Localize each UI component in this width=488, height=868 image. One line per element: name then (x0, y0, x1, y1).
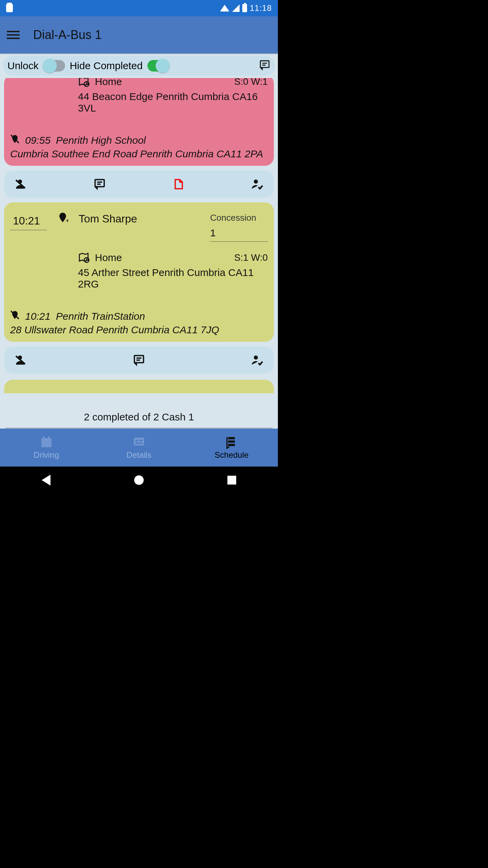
mark-complete-icon[interactable] (250, 353, 264, 367)
svg-rect-15 (43, 436, 45, 439)
origin-label: Home (95, 252, 122, 263)
seat-wheelchair-count: S:0 W:1 (234, 78, 268, 87)
messages-icon[interactable] (259, 59, 270, 72)
svg-rect-0 (260, 61, 269, 67)
back-button[interactable] (42, 475, 50, 486)
concession-field[interactable]: 1 (210, 225, 268, 242)
dest-name: Penrith TrainStation (56, 311, 145, 322)
svg-point-13 (254, 356, 258, 360)
tab-details[interactable]: Details (93, 429, 185, 467)
schedule-icon (225, 435, 238, 449)
status-clock: 11:18 (250, 3, 272, 13)
location-off-icon (10, 310, 20, 322)
dest-name: Penrith High School (56, 135, 146, 146)
hide-completed-label: Hide Completed (70, 60, 143, 72)
filter-bar: Unlock Hide Completed (3, 56, 275, 76)
add-location-icon: + (57, 213, 68, 229)
message-icon[interactable] (93, 177, 106, 191)
android-nav-bar (0, 467, 278, 494)
svg-rect-5 (95, 180, 104, 187)
schedule-card[interactable]: 10:21 + Tom Sharpe Concession 1 Home S:1… (4, 202, 274, 342)
calendar-icon (40, 435, 53, 449)
unlock-toggle[interactable] (43, 60, 65, 72)
hide-completed-toggle[interactable] (147, 60, 169, 72)
passenger-name: Tom Sharpe (79, 213, 137, 225)
origin-address: 45 Arther Street Penrith Cumbria CA11 2R… (78, 267, 268, 290)
svg-rect-17 (134, 438, 144, 446)
schedule-list: Home S:0 W:1 44 Beacon Edge Penrith Cumb… (0, 78, 278, 405)
concession-label: Concession (210, 213, 268, 223)
summary-text: 2 completed of 2 Cash 1 (0, 405, 278, 425)
dest-address: 28 Ullswater Road Penrith Cumbria CA11 7… (10, 324, 268, 336)
bottom-tab-bar: Driving Details Schedule (0, 429, 278, 467)
schedule-card-peek[interactable] (4, 380, 274, 393)
location-off-icon (10, 134, 20, 146)
battery-charging-icon (242, 4, 247, 12)
sd-card-icon (6, 4, 13, 12)
app-bar: Dial-A-Bus 1 (0, 16, 278, 54)
svg-rect-19 (139, 440, 142, 441)
card-actions (4, 171, 274, 198)
dest-time: 09:55 (25, 135, 50, 146)
origin-address: 44 Beacon Edge Penrith Cumbria CA16 3VL (78, 91, 268, 114)
pickup-time[interactable]: 10:21 (10, 213, 47, 230)
unlock-label: Unlock (7, 60, 39, 72)
wifi-icon (220, 5, 229, 12)
dest-address: Cumbria Southee End Road Penrith Cumbria… (10, 148, 268, 160)
seat-wheelchair-count: S:1 W:0 (234, 252, 268, 263)
tab-label: Driving (34, 450, 59, 460)
tab-schedule[interactable]: Schedule (185, 429, 278, 467)
menu-icon[interactable] (7, 31, 20, 39)
tab-label: Details (126, 450, 151, 460)
svg-text:+: + (66, 217, 69, 224)
schedule-card[interactable]: Home S:0 W:1 44 Beacon Edge Penrith Cumb… (4, 78, 274, 166)
map-time-icon (78, 252, 89, 263)
home-button[interactable] (134, 475, 144, 485)
summary-footer: 2 completed of 2 Cash 1 (0, 405, 278, 429)
message-icon[interactable] (132, 353, 146, 367)
svg-point-6 (254, 180, 258, 184)
svg-rect-12 (135, 356, 144, 363)
card-actions (4, 347, 274, 374)
page-title: Dial-A-Bus 1 (33, 28, 102, 42)
android-status-bar: 11:18 (0, 0, 278, 16)
recent-apps-button[interactable] (227, 476, 236, 485)
no-show-icon[interactable] (14, 177, 28, 191)
details-icon (132, 435, 146, 449)
no-show-icon[interactable] (14, 353, 28, 367)
svg-rect-20 (136, 443, 142, 444)
dest-time: 10:21 (25, 311, 50, 322)
cellular-icon (232, 4, 240, 12)
note-alert-icon[interactable] (171, 177, 185, 191)
tab-label: Schedule (215, 450, 248, 460)
tab-driving[interactable]: Driving (0, 429, 93, 467)
svg-rect-14 (41, 438, 52, 447)
origin-label: Home (95, 78, 122, 87)
mark-complete-icon[interactable] (250, 177, 264, 191)
svg-rect-16 (48, 436, 50, 439)
map-time-icon (78, 78, 89, 87)
svg-rect-18 (136, 440, 138, 441)
